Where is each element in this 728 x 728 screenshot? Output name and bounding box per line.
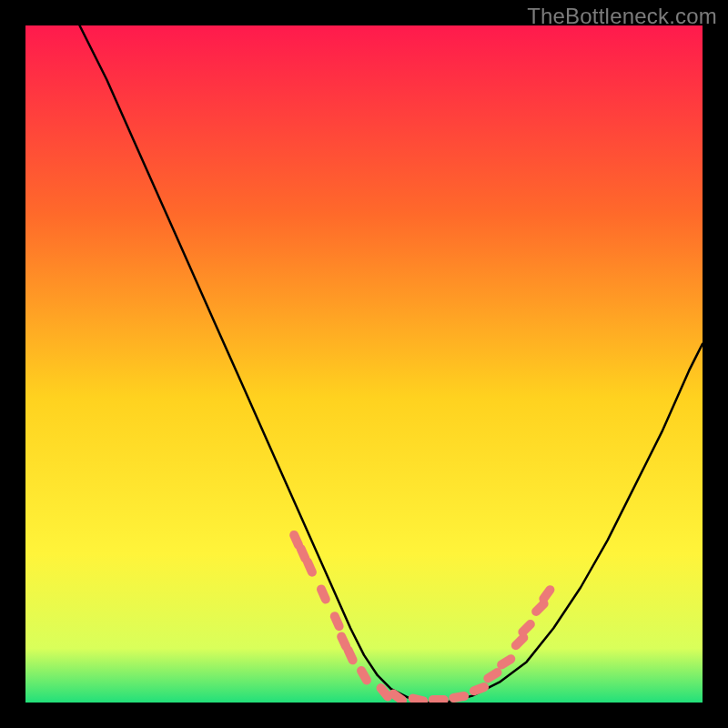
svg-rect-14 — [468, 682, 490, 697]
chart-frame: TheBottleneck.com — [0, 0, 728, 728]
curve-marker — [449, 691, 470, 703]
svg-rect-7 — [342, 644, 359, 666]
plot-area — [25, 25, 703, 703]
svg-rect-4 — [315, 583, 331, 605]
svg-rect-8 — [355, 664, 373, 686]
curve-marker — [315, 583, 331, 605]
svg-rect-3 — [301, 556, 318, 578]
svg-rect-12 — [429, 695, 449, 703]
curve-marker — [468, 682, 490, 697]
svg-rect-5 — [329, 611, 345, 632]
curve-marker — [329, 611, 345, 632]
curve-marker — [408, 693, 430, 703]
bottleneck-curve — [25, 25, 703, 703]
curve-marker — [301, 556, 318, 578]
curve-marker — [355, 664, 373, 686]
curve-marker — [429, 695, 449, 703]
curve-marker — [342, 644, 359, 666]
curve-path — [80, 25, 703, 703]
svg-rect-13 — [449, 691, 470, 703]
svg-rect-11 — [408, 693, 430, 703]
